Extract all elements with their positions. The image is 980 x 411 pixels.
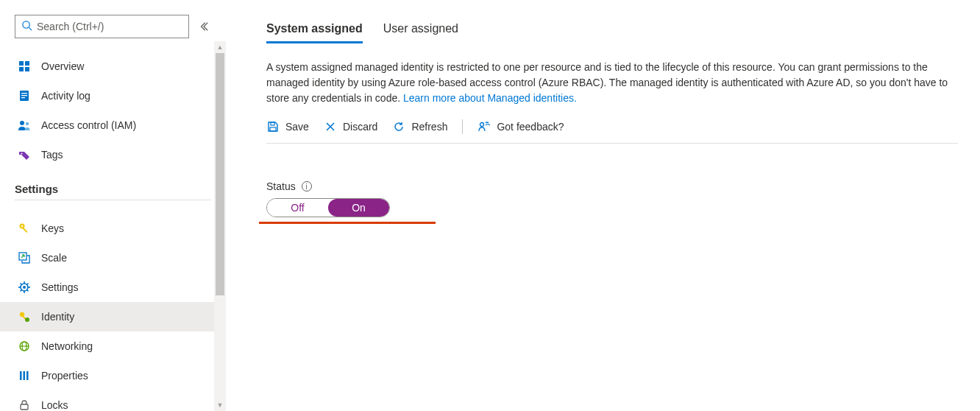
identity-icon [18,310,31,323]
overview-icon [18,60,31,73]
nav-label: Activity log [41,90,90,102]
search-input[interactable] [37,21,182,32]
feedback-button[interactable]: Got feedback? [477,120,564,133]
svg-point-11 [26,122,29,125]
svg-point-14 [21,225,23,227]
status-label: Status [266,180,296,192]
info-icon[interactable]: i [302,181,312,192]
main-content: System assigned User assigned A system a… [226,0,980,411]
svg-point-29 [25,317,29,322]
svg-rect-15 [23,228,28,233]
discard-button[interactable]: Discard [324,120,377,133]
nav-main: Overview Activity log Access control (IA… [15,52,226,169]
feedback-icon [477,120,491,133]
svg-line-24 [27,290,29,292]
search-box[interactable] [15,15,189,38]
description-text: A system assigned managed identity is re… [266,61,948,104]
save-button[interactable]: Save [266,120,309,133]
discard-label: Discard [343,121,377,133]
svg-rect-2 [19,61,24,66]
svg-point-10 [20,121,24,125]
status-toggle-on[interactable]: On [328,199,389,217]
svg-line-26 [27,284,29,285]
status-toggle[interactable]: Off On [266,198,390,217]
sidebar-item-tags[interactable]: Tags [0,140,226,169]
scroll-thumb[interactable] [216,53,224,295]
refresh-icon [392,120,405,133]
sidebar-item-scale[interactable]: Scale [0,243,226,273]
networking-icon [18,340,31,353]
refresh-label: Refresh [411,121,447,133]
refresh-button[interactable]: Refresh [392,120,447,133]
svg-rect-3 [25,61,29,66]
nav-label: Networking [41,340,93,352]
sidebar-settings-header: Settings [15,183,226,195]
tags-icon [18,148,31,161]
save-label: Save [285,121,309,133]
sidebar-item-settings[interactable]: Settings [0,273,226,302]
annotation-underline [259,222,436,224]
svg-point-12 [21,153,23,155]
tab-user-assigned[interactable]: User assigned [383,22,458,43]
collapse-sidebar-button[interactable] [196,19,211,34]
save-icon [266,120,280,133]
properties-icon [18,369,31,382]
svg-point-41 [480,123,484,127]
svg-line-25 [21,290,22,292]
svg-line-1 [29,27,32,30]
divider [15,200,211,200]
svg-rect-8 [21,95,27,96]
sidebar-item-locks[interactable]: Locks [0,390,226,411]
nav-label: Settings [41,281,79,293]
status-label-row: Status i [266,180,958,192]
toolbar: Save Discard Refresh Got feedback? [266,119,958,144]
locks-icon [18,398,31,411]
status-toggle-off[interactable]: Off [267,199,328,217]
nav-label: Overview [41,60,84,72]
nav-label: Tags [41,149,63,161]
svg-rect-4 [19,67,24,71]
sidebar-item-overview[interactable]: Overview [0,52,226,81]
svg-rect-34 [24,371,26,380]
svg-rect-5 [25,67,29,71]
keys-icon [18,222,31,235]
scroll-track[interactable] [214,53,226,399]
svg-rect-9 [21,97,25,98]
svg-rect-7 [21,93,27,94]
nav-settings: Keys Scale Settings Identity Networking [15,214,226,411]
scroll-up-arrow[interactable]: ▲ [214,41,226,53]
svg-point-18 [23,286,26,289]
search-icon [21,20,32,33]
activity-log-icon [18,89,31,102]
sidebar-item-activity-log[interactable]: Activity log [0,81,226,110]
svg-rect-38 [270,127,276,131]
sidebar-item-properties[interactable]: Properties [0,361,226,390]
toolbar-separator [462,119,463,134]
sidebar-item-keys[interactable]: Keys [0,214,226,243]
sidebar-scrollbar[interactable]: ▲ ▼ [214,41,226,411]
svg-point-0 [23,21,29,28]
nav-label: Scale [41,252,67,264]
nav-label: Keys [41,222,64,234]
access-control-icon [18,119,31,132]
sidebar-item-access-control[interactable]: Access control (IAM) [0,110,226,140]
sidebar-item-identity[interactable]: Identity [0,302,226,331]
svg-rect-33 [20,371,22,380]
nav-label: Properties [41,370,88,382]
sidebar: Overview Activity log Access control (IA… [0,0,226,411]
svg-rect-35 [26,371,29,380]
identity-description: A system assigned managed identity is re… [266,60,958,106]
discard-icon [324,120,337,133]
scale-icon [18,251,31,264]
nav-label: Identity [41,311,74,323]
settings-icon [18,281,31,294]
status-block: Status i Off On [266,180,958,224]
tab-system-assigned[interactable]: System assigned [266,22,363,43]
nav-label: Locks [41,399,68,411]
scroll-down-arrow[interactable]: ▼ [214,399,226,411]
sidebar-item-networking[interactable]: Networking [0,331,226,361]
tabs: System assigned User assigned [266,22,958,43]
learn-more-link[interactable]: Learn more about Managed identities. [403,92,577,104]
feedback-label: Got feedback? [497,121,564,133]
nav-label: Access control (IAM) [41,119,136,131]
